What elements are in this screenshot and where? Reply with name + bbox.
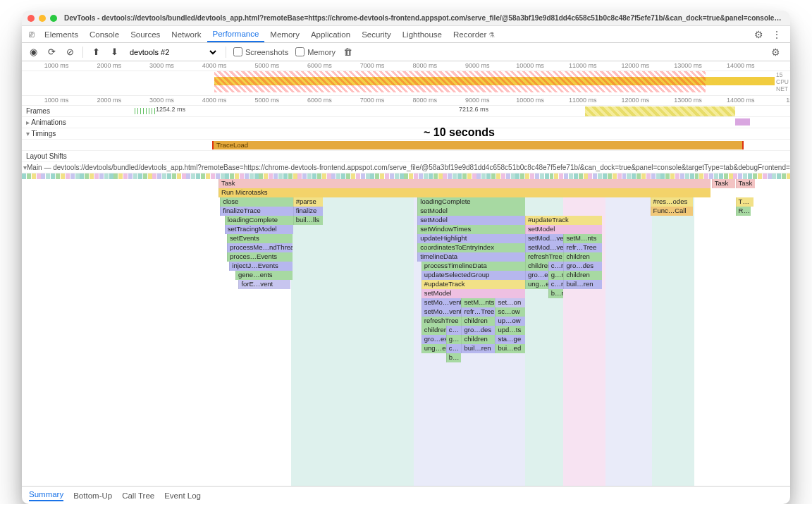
trace-load-bar[interactable]: TraceLoad (212, 141, 744, 149)
flame-event[interactable]: bui…ed (495, 344, 525, 353)
flame-event[interactable]: Run Microtasks (219, 188, 710, 197)
flame-event[interactable]: refr…Tree (563, 243, 602, 252)
flame-event[interactable]: processMe…ndThreads (227, 243, 293, 252)
flame-event[interactable]: Func…Call (651, 207, 693, 216)
flame-event[interactable]: Task (736, 179, 755, 188)
flame-event[interactable]: c…n (548, 280, 564, 289)
cpu-overview[interactable]: 15 CPU NET (22, 71, 790, 92)
tab-application[interactable]: Application (305, 27, 356, 42)
flame-event[interactable]: #res…odes (651, 197, 693, 207)
flame-event[interactable]: b…n (548, 289, 564, 298)
tab-recorder[interactable]: Recorder (448, 27, 500, 42)
flame-event[interactable]: setModel (417, 207, 525, 216)
flame-event[interactable]: buil…ren (461, 344, 495, 353)
maximize-window-icon[interactable] (50, 15, 57, 22)
flame-event[interactable]: setEvents (227, 234, 293, 243)
flame-event[interactable]: Task (219, 179, 710, 188)
flame-event[interactable]: b… (446, 353, 462, 362)
kebab-menu-icon[interactable]: ⋮ (768, 29, 786, 40)
flame-event[interactable]: updateSelectedGroup (422, 271, 525, 280)
flame-event[interactable]: setM…nts (563, 234, 602, 243)
flame-event[interactable]: coordinatesToEntryIndex (417, 243, 525, 252)
upload-icon[interactable]: ⬆ (90, 47, 102, 57)
flame-event[interactable]: upd…ts (495, 326, 525, 335)
flame-event[interactable]: setMo…vents (422, 307, 462, 317)
flame-event[interactable]: ung…es (525, 280, 548, 289)
flame-event[interactable]: #parse (293, 197, 324, 207)
flame-event[interactable]: children (461, 317, 495, 326)
animations-track[interactable]: Animations (22, 117, 790, 128)
flame-event[interactable]: setTracingModel (225, 225, 293, 234)
flame-event[interactable]: gro…es (525, 271, 548, 280)
flame-event[interactable]: children (461, 335, 495, 344)
timings-track[interactable]: Timings ~ 10 seconds (22, 128, 790, 140)
flame-event[interactable]: Task (712, 179, 735, 188)
flame-event[interactable]: gro…des (563, 262, 602, 271)
flame-event[interactable]: children (563, 252, 602, 262)
flame-event[interactable]: loadingComplete (417, 197, 525, 207)
record-icon[interactable]: ◉ (27, 47, 39, 57)
download-icon[interactable]: ⬇ (109, 47, 120, 57)
flame-event[interactable]: setM…nts (461, 298, 495, 307)
flame-event[interactable]: loadingComplete (225, 216, 293, 225)
flame-event[interactable]: T… (736, 197, 753, 207)
flame-event[interactable]: #updateTrack (525, 216, 602, 225)
flame-event[interactable]: finalize (293, 207, 324, 216)
tab-performance[interactable]: Performance (207, 27, 265, 42)
main-thread-header[interactable]: Main — devtools://devtools/bundled/devto… (22, 162, 790, 173)
layout-shifts-track[interactable]: Layout Shifts (22, 151, 790, 162)
flame-event[interactable]: refr…Tree (461, 307, 495, 317)
session-select[interactable]: devtools #2 (127, 47, 219, 57)
flame-event[interactable]: timelineData (417, 252, 525, 262)
tab-summary[interactable]: Summary (29, 490, 63, 501)
flame-event[interactable]: gene…ents (235, 271, 293, 280)
flame-event[interactable]: #updateTrack (422, 280, 525, 289)
flame-event[interactable]: g…s (548, 271, 564, 280)
main-ruler[interactable]: 1000 ms2000 ms3000 ms4000 ms5000 ms6000 … (22, 96, 790, 106)
flame-event[interactable]: setMod…vents (525, 243, 564, 252)
flame-event[interactable]: up…ow (495, 317, 525, 326)
minimize-window-icon[interactable] (39, 15, 46, 22)
flame-event[interactable]: finalizeTrace (220, 207, 293, 216)
flame-event[interactable]: proces…Events (227, 252, 293, 262)
flame-event[interactable]: c…n (548, 262, 564, 271)
flame-event[interactable]: setWindowTimes (417, 225, 525, 234)
flame-event[interactable]: children (422, 326, 446, 335)
tab-event-log[interactable]: Event Log (164, 491, 201, 500)
flame-event[interactable]: children (563, 271, 602, 280)
flame-event[interactable]: refreshTree (422, 317, 462, 326)
tab-bottom-up[interactable]: Bottom-Up (73, 491, 112, 500)
flame-event[interactable]: setModel (422, 289, 525, 298)
flame-event[interactable]: children (525, 262, 548, 271)
flame-event[interactable]: gro…des (461, 326, 495, 335)
tab-memory[interactable]: Memory (264, 27, 305, 42)
close-window-icon[interactable] (27, 15, 35, 22)
flame-event[interactable]: buil…ren (563, 280, 602, 289)
inspect-element-icon[interactable]: ⎚ (26, 29, 39, 39)
trace-load-track[interactable]: TraceLoad (22, 140, 790, 151)
flame-event[interactable]: sc…ow (495, 307, 525, 317)
flame-event[interactable]: setMo…vents (422, 298, 462, 307)
flame-event[interactable]: processTimelineData (422, 262, 525, 271)
flame-event[interactable]: close (220, 197, 293, 207)
tab-lighthouse[interactable]: Lighthouse (397, 27, 448, 42)
tab-security[interactable]: Security (356, 27, 397, 42)
flame-event[interactable]: buil…lls (293, 216, 324, 225)
flame-event[interactable]: set…on (495, 298, 525, 307)
tab-console[interactable]: Console (84, 27, 125, 42)
flame-event[interactable]: ung…es (422, 344, 446, 353)
tab-call-tree[interactable]: Call Tree (122, 491, 154, 500)
memory-checkbox[interactable]: Memory (295, 47, 336, 56)
capture-settings-gear-icon[interactable]: ⚙ (767, 47, 785, 58)
flame-event[interactable]: sta…ge (495, 335, 525, 344)
screenshots-checkbox[interactable]: Screenshots (233, 47, 288, 56)
flame-event[interactable]: c… (446, 344, 462, 353)
flame-event[interactable]: forE…vent (238, 280, 290, 289)
reload-icon[interactable]: ⟳ (46, 47, 57, 57)
overview-ruler[interactable]: 1000 ms2000 ms3000 ms4000 ms5000 ms6000 … (22, 61, 790, 71)
flame-event[interactable]: updateHighlight (417, 234, 525, 243)
tab-elements[interactable]: Elements (39, 27, 84, 42)
settings-gear-icon[interactable]: ⚙ (750, 29, 768, 40)
flame-event[interactable]: g… (446, 335, 462, 344)
clear-icon[interactable]: ⊘ (64, 47, 75, 57)
